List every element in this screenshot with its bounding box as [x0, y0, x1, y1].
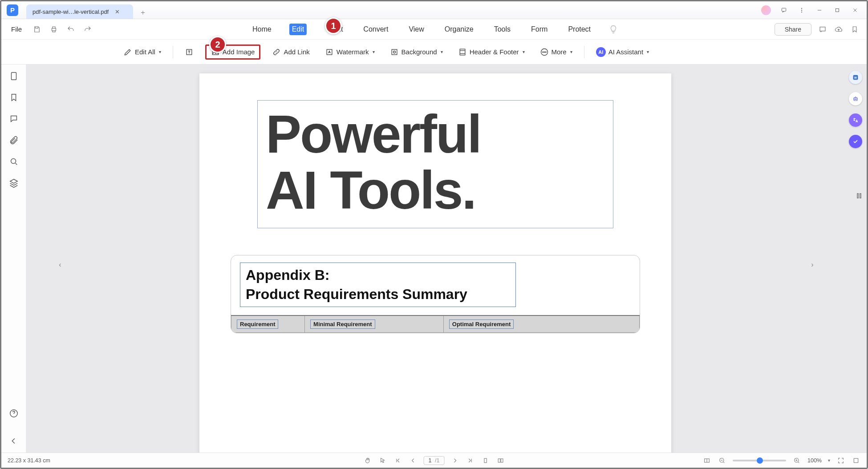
- right-panel-toggle-icon[interactable]: [855, 191, 864, 200]
- zoom-caret-icon[interactable]: ▾: [828, 458, 830, 463]
- first-page-icon[interactable]: [393, 456, 402, 465]
- chevron-down-icon: ▾: [647, 49, 649, 54]
- background-dropdown[interactable]: Background ▾: [386, 46, 446, 58]
- attachments-icon[interactable]: [8, 135, 19, 146]
- share-button[interactable]: Share: [775, 23, 811, 36]
- zoom-value: 100%: [807, 457, 822, 464]
- window-maximize-button[interactable]: [829, 4, 845, 16]
- translate-chip[interactable]: [849, 113, 862, 127]
- last-page-icon[interactable]: [466, 456, 475, 465]
- zoom-out-icon[interactable]: [718, 456, 726, 465]
- two-page-icon[interactable]: [496, 456, 505, 465]
- single-page-icon[interactable]: [481, 456, 490, 465]
- svg-point-16: [544, 52, 545, 53]
- col-minimal[interactable]: Minimal Requirement: [310, 319, 375, 329]
- close-tab-icon[interactable]: ✕: [113, 8, 121, 16]
- prev-page-arrow[interactable]: ‹: [54, 259, 66, 271]
- zoom-in-icon[interactable]: [792, 456, 801, 465]
- left-rail: [1, 65, 26, 453]
- menu-view[interactable]: View: [406, 24, 426, 35]
- redo-icon[interactable]: [83, 25, 92, 34]
- document-tabbar: pdf-sample-wi…le-vertical.pdf ✕ ＋: [26, 1, 758, 19]
- menu-tools[interactable]: Tools: [491, 24, 513, 35]
- comments-icon[interactable]: [8, 113, 19, 124]
- save-icon[interactable]: [32, 25, 41, 34]
- hand-tool-icon[interactable]: [363, 456, 372, 465]
- col-requirement[interactable]: Requirement: [237, 319, 278, 329]
- print-icon[interactable]: [49, 25, 58, 34]
- cast-icon[interactable]: [818, 24, 827, 34]
- word-export-chip[interactable]: W: [849, 71, 862, 84]
- window-close-button[interactable]: [847, 4, 863, 16]
- collapse-left-icon[interactable]: [8, 436, 19, 446]
- zoom-slider[interactable]: [733, 460, 786, 461]
- watermark-label: Watermark: [337, 48, 369, 56]
- page-dimensions: 22.23 x 31.43 cm: [8, 457, 50, 464]
- menubar: File Home Edit nent Convert View Organiz…: [1, 19, 867, 40]
- menu-home[interactable]: Home: [250, 24, 274, 35]
- svg-point-2: [801, 10, 802, 10]
- svg-point-24: [855, 99, 855, 99]
- appendix-title-line1: Appendix B:: [246, 267, 329, 283]
- bookmark-icon[interactable]: [850, 24, 860, 34]
- chevron-down-icon: ▾: [441, 49, 443, 54]
- svg-rect-27: [498, 459, 500, 462]
- more-dropdown[interactable]: More ▾: [536, 46, 576, 58]
- appendix-section: Appendix B: Product Requirements Summary…: [231, 255, 640, 333]
- help-icon[interactable]: [8, 408, 19, 419]
- ai-robot-chip[interactable]: [849, 92, 862, 105]
- menu-protect[interactable]: Protect: [565, 24, 593, 35]
- fit-screen-icon[interactable]: [836, 456, 845, 465]
- svg-text:W: W: [854, 76, 857, 79]
- col-optimal[interactable]: Optimal Requirement: [449, 319, 514, 329]
- appendix-title-box[interactable]: Appendix B: Product Requirements Summary: [240, 263, 516, 307]
- add-link-button[interactable]: Add Link: [268, 46, 313, 58]
- menu-form[interactable]: Form: [528, 24, 550, 35]
- add-tab-button[interactable]: ＋: [137, 6, 149, 19]
- svg-rect-6: [820, 27, 825, 31]
- search-icon[interactable]: [8, 156, 19, 167]
- page-total: /1: [435, 457, 439, 464]
- thumbnails-icon[interactable]: [8, 71, 19, 81]
- zoom-slider-handle[interactable]: [757, 457, 763, 464]
- window-minimize-button[interactable]: [811, 4, 827, 16]
- add-link-label: Add Link: [284, 48, 309, 56]
- more-label: More: [552, 48, 567, 56]
- kebab-menu-icon[interactable]: [794, 4, 810, 16]
- statusbar: 22.23 x 31.43 cm 1 /1 100% ▾: [1, 453, 867, 468]
- profile-avatar[interactable]: [758, 4, 774, 16]
- select-tool-icon[interactable]: [378, 456, 387, 465]
- prev-page-icon[interactable]: [409, 456, 418, 465]
- check-chip[interactable]: [849, 135, 862, 148]
- svg-rect-4: [836, 8, 839, 12]
- menu-edit[interactable]: Edit: [289, 24, 307, 35]
- undo-icon[interactable]: [66, 25, 75, 34]
- svg-rect-23: [854, 97, 857, 101]
- appendix-title-line2: Product Requirements Summary: [246, 286, 467, 302]
- document-tab[interactable]: pdf-sample-wi…le-vertical.pdf ✕: [26, 4, 133, 19]
- feedback-icon[interactable]: [776, 4, 792, 16]
- menu-convert[interactable]: Convert: [361, 24, 391, 35]
- hero-text-box[interactable]: Powerful AI Tools.: [257, 100, 613, 228]
- ai-assistant-dropdown[interactable]: AI AI Assistant ▾: [592, 45, 653, 59]
- bookmarks-icon[interactable]: [8, 92, 19, 103]
- right-rail: W: [844, 65, 867, 453]
- read-mode-icon[interactable]: [702, 456, 711, 465]
- document-tab-label: pdf-sample-wi…le-vertical.pdf: [32, 8, 109, 15]
- layers-icon[interactable]: [8, 178, 19, 188]
- lightbulb-icon[interactable]: [608, 24, 618, 34]
- add-text-button[interactable]: [181, 46, 197, 58]
- header-footer-dropdown[interactable]: Header & Footer ▾: [454, 46, 528, 58]
- cloud-upload-icon[interactable]: [834, 24, 844, 34]
- fullscreen-icon[interactable]: [852, 456, 860, 465]
- edit-all-dropdown[interactable]: Edit All ▾: [120, 46, 165, 58]
- next-page-arrow[interactable]: ›: [806, 259, 819, 271]
- pdf-page[interactable]: Powerful AI Tools. Appendix B: Product R…: [199, 73, 671, 453]
- watermark-dropdown[interactable]: Watermark ▾: [321, 46, 378, 58]
- menu-organize[interactable]: Organize: [442, 24, 476, 35]
- file-menu-button[interactable]: File: [1, 25, 32, 33]
- svg-rect-10: [327, 49, 332, 55]
- document-canvas[interactable]: ‹ Powerful AI Tools. Appendix B: Product…: [26, 65, 844, 453]
- page-indicator[interactable]: 1 /1: [424, 456, 445, 465]
- next-page-icon[interactable]: [450, 456, 459, 465]
